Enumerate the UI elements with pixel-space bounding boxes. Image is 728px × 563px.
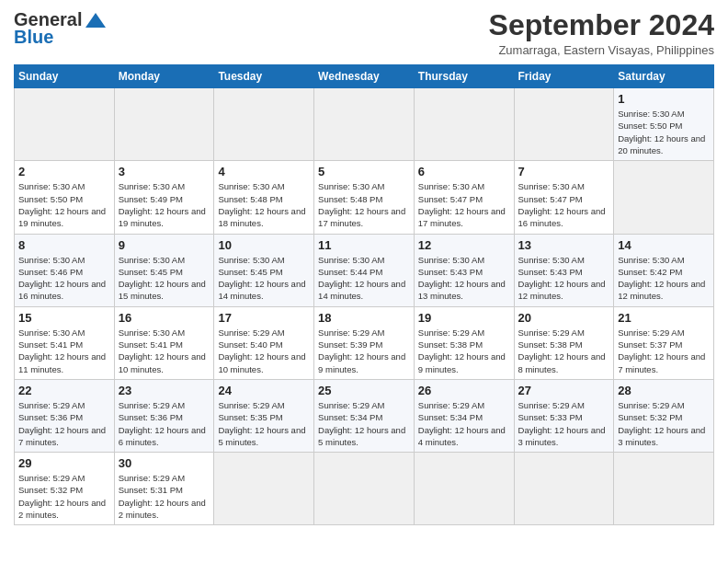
day-detail: Sunrise: 5:30 AMSunset: 5:41 PMDaylight:…: [18, 327, 110, 375]
day-cell: 24Sunrise: 5:29 AMSunset: 5:35 PMDayligh…: [214, 379, 314, 452]
day-number: 10: [218, 238, 310, 252]
day-cell: 15Sunrise: 5:30 AMSunset: 5:41 PMDayligh…: [15, 306, 115, 379]
day-detail: Sunrise: 5:29 AMSunset: 5:31 PMDaylight:…: [119, 472, 210, 521]
empty-cell: [15, 88, 115, 161]
day-number: 26: [418, 384, 510, 397]
header-saturday: Saturday: [614, 65, 714, 88]
week-row: 8Sunrise: 5:30 AMSunset: 5:46 PMDaylight…: [15, 234, 714, 306]
day-detail: Sunrise: 5:30 AMSunset: 5:45 PMDaylight:…: [119, 254, 210, 303]
day-number: 17: [218, 311, 310, 325]
day-number: 24: [218, 384, 310, 397]
svg-marker-0: [85, 13, 106, 28]
logo: General Blue: [14, 9, 106, 48]
day-number: 22: [18, 384, 110, 397]
day-cell: 21Sunrise: 5:29 AMSunset: 5:37 PMDayligh…: [614, 306, 714, 379]
day-number: 18: [318, 311, 410, 325]
day-cell: 22Sunrise: 5:29 AMSunset: 5:36 PMDayligh…: [15, 379, 115, 452]
day-number: 2: [18, 165, 110, 178]
day-number: 8: [18, 238, 110, 252]
day-cell: 14Sunrise: 5:30 AMSunset: 5:42 PMDayligh…: [614, 234, 714, 306]
day-cell: 19Sunrise: 5:29 AMSunset: 5:38 PMDayligh…: [414, 306, 514, 379]
day-number: 6: [418, 165, 510, 178]
day-detail: Sunrise: 5:29 AMSunset: 5:34 PMDaylight:…: [418, 399, 510, 448]
day-cell: [414, 453, 514, 525]
day-cell: 1Sunrise: 5:30 AMSunset: 5:50 PMDaylight…: [614, 88, 714, 161]
week-row: 15Sunrise: 5:30 AMSunset: 5:41 PMDayligh…: [15, 306, 714, 379]
day-detail: Sunrise: 5:29 AMSunset: 5:40 PMDaylight:…: [218, 327, 310, 375]
day-cell: 9Sunrise: 5:30 AMSunset: 5:45 PMDaylight…: [114, 234, 214, 306]
day-detail: Sunrise: 5:30 AMSunset: 5:41 PMDaylight:…: [119, 327, 210, 375]
day-detail: Sunrise: 5:30 AMSunset: 5:49 PMDaylight:…: [119, 180, 210, 229]
day-cell: 30Sunrise: 5:29 AMSunset: 5:31 PMDayligh…: [114, 453, 214, 525]
day-number: 19: [418, 311, 510, 325]
day-number: 30: [119, 456, 210, 470]
day-cell: 2Sunrise: 5:30 AMSunset: 5:50 PMDaylight…: [15, 161, 115, 234]
calendar-table: SundayMondayTuesdayWednesdayThursdayFrid…: [14, 64, 714, 525]
day-number: 27: [518, 384, 610, 397]
day-number: 12: [418, 238, 510, 252]
day-number: 16: [119, 311, 210, 325]
day-number: 14: [618, 238, 710, 252]
day-number: 23: [119, 384, 210, 397]
day-detail: Sunrise: 5:30 AMSunset: 5:45 PMDaylight:…: [218, 254, 310, 303]
month-year: September 2024: [489, 9, 714, 41]
day-cell: 4Sunrise: 5:30 AMSunset: 5:48 PMDaylight…: [214, 161, 314, 234]
day-cell: 27Sunrise: 5:29 AMSunset: 5:33 PMDayligh…: [514, 379, 614, 452]
day-detail: Sunrise: 5:29 AMSunset: 5:36 PMDaylight:…: [119, 399, 210, 448]
day-cell: 7Sunrise: 5:30 AMSunset: 5:47 PMDaylight…: [514, 161, 614, 234]
day-number: 3: [119, 165, 210, 178]
day-detail: Sunrise: 5:29 AMSunset: 5:37 PMDaylight:…: [618, 327, 710, 375]
day-cell: 13Sunrise: 5:30 AMSunset: 5:43 PMDayligh…: [514, 234, 614, 306]
day-number: 15: [18, 311, 110, 325]
day-cell: 10Sunrise: 5:30 AMSunset: 5:45 PMDayligh…: [214, 234, 314, 306]
week-row: 29Sunrise: 5:29 AMSunset: 5:32 PMDayligh…: [15, 453, 714, 525]
day-cell: 29Sunrise: 5:29 AMSunset: 5:32 PMDayligh…: [15, 453, 115, 525]
day-cell: 16Sunrise: 5:30 AMSunset: 5:41 PMDayligh…: [114, 306, 214, 379]
day-detail: Sunrise: 5:30 AMSunset: 5:47 PMDaylight:…: [418, 180, 510, 229]
day-cell: 20Sunrise: 5:29 AMSunset: 5:38 PMDayligh…: [514, 306, 614, 379]
day-cell: 23Sunrise: 5:29 AMSunset: 5:36 PMDayligh…: [114, 379, 214, 452]
day-cell: [614, 453, 714, 525]
empty-cell: [514, 88, 614, 161]
day-detail: Sunrise: 5:29 AMSunset: 5:32 PMDaylight:…: [18, 472, 110, 521]
day-number: 4: [218, 165, 310, 178]
day-number: 21: [618, 311, 710, 325]
day-number: 28: [618, 384, 710, 397]
day-cell: 8Sunrise: 5:30 AMSunset: 5:46 PMDaylight…: [15, 234, 115, 306]
day-detail: Sunrise: 5:29 AMSunset: 5:36 PMDaylight:…: [18, 399, 110, 448]
header-thursday: Thursday: [414, 65, 514, 88]
day-detail: Sunrise: 5:30 AMSunset: 5:48 PMDaylight:…: [318, 180, 410, 229]
day-cell: 6Sunrise: 5:30 AMSunset: 5:47 PMDaylight…: [414, 161, 514, 234]
day-detail: Sunrise: 5:30 AMSunset: 5:46 PMDaylight:…: [18, 254, 110, 303]
day-number: 13: [518, 238, 610, 252]
day-cell: 3Sunrise: 5:30 AMSunset: 5:49 PMDaylight…: [114, 161, 214, 234]
day-detail: Sunrise: 5:29 AMSunset: 5:35 PMDaylight:…: [218, 399, 310, 448]
day-number: 11: [318, 238, 410, 252]
empty-cell: [114, 88, 214, 161]
day-detail: Sunrise: 5:30 AMSunset: 5:44 PMDaylight:…: [318, 254, 410, 303]
day-number: 25: [318, 384, 410, 397]
week-row: 1Sunrise: 5:30 AMSunset: 5:50 PMDaylight…: [15, 88, 714, 161]
header-wednesday: Wednesday: [314, 65, 415, 88]
day-detail: Sunrise: 5:30 AMSunset: 5:43 PMDaylight:…: [518, 254, 610, 303]
day-cell: 17Sunrise: 5:29 AMSunset: 5:40 PMDayligh…: [214, 306, 314, 379]
day-detail: Sunrise: 5:30 AMSunset: 5:43 PMDaylight:…: [418, 254, 510, 303]
day-detail: Sunrise: 5:30 AMSunset: 5:42 PMDaylight:…: [618, 254, 710, 303]
week-row: 22Sunrise: 5:29 AMSunset: 5:36 PMDayligh…: [15, 379, 714, 452]
day-cell: 28Sunrise: 5:29 AMSunset: 5:32 PMDayligh…: [614, 379, 714, 452]
day-cell: [514, 453, 614, 525]
week-row: 2Sunrise: 5:30 AMSunset: 5:50 PMDaylight…: [15, 161, 714, 234]
day-detail: Sunrise: 5:30 AMSunset: 5:48 PMDaylight:…: [218, 180, 310, 229]
day-number: 29: [18, 456, 110, 470]
day-detail: Sunrise: 5:29 AMSunset: 5:38 PMDaylight:…: [518, 327, 610, 375]
day-cell: 25Sunrise: 5:29 AMSunset: 5:34 PMDayligh…: [314, 379, 415, 452]
day-detail: Sunrise: 5:29 AMSunset: 5:34 PMDaylight:…: [318, 399, 410, 448]
day-number: 1: [618, 92, 710, 106]
calendar-body: 1Sunrise: 5:30 AMSunset: 5:50 PMDaylight…: [15, 88, 714, 525]
logo-icon: [85, 13, 106, 28]
location: Zumarraga, Eastern Visayas, Philippines: [489, 43, 714, 57]
day-cell: [314, 453, 415, 525]
day-number: 5: [318, 165, 410, 178]
day-number: 7: [518, 165, 610, 178]
day-cell: [214, 453, 314, 525]
